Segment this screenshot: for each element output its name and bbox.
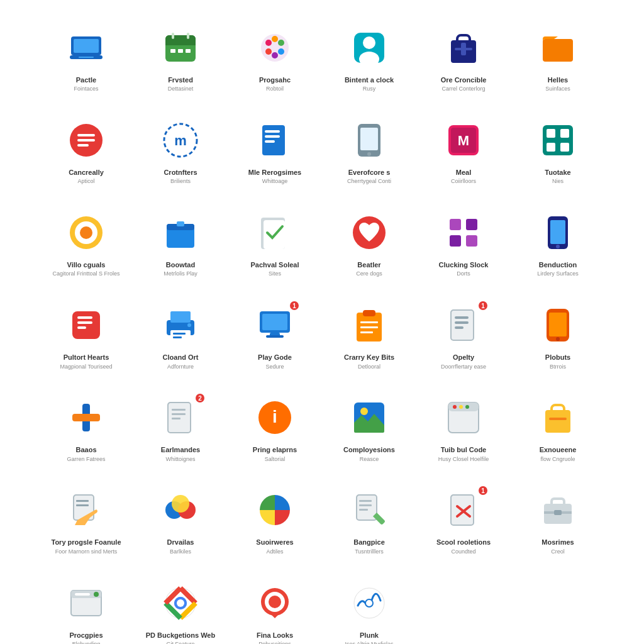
svg-point-16 <box>278 48 284 55</box>
app-name-a1: Pactle <box>76 75 96 84</box>
app-item-c4[interactable]: BeatlerCere dogs <box>325 204 413 284</box>
svg-rect-80 <box>360 321 378 323</box>
app-item-a4[interactable]: Bintent a clockRusy <box>325 19 413 99</box>
svg-rect-65 <box>77 316 92 319</box>
app-item-c1[interactable]: Villo cgualsCagitoral Frinttoal S Froles <box>42 204 130 284</box>
app-item-b6[interactable]: TuotakeNies <box>514 111 602 191</box>
svg-rect-129 <box>75 593 90 596</box>
app-item-a3[interactable]: ProgsahcRobtoil <box>231 19 319 99</box>
app-item-c6[interactable]: BenductionLirdery Surfaces <box>514 204 602 284</box>
svg-rect-66 <box>77 321 92 324</box>
svg-point-104 <box>459 405 463 409</box>
app-item-c3[interactable]: Pachval SolealSites <box>231 204 319 284</box>
app-sub-a5: Carrel Conterlorg <box>441 86 485 92</box>
app-item-f6[interactable]: MosrimesCreol <box>514 481 602 561</box>
app-item-f3[interactable]: SuoirweresAdtiles <box>231 481 319 561</box>
app-item-e5[interactable]: Tuib bul CodeHusy Closel Hoelfile <box>419 389 508 469</box>
app-item-c5[interactable]: Clucking SlockDorts <box>419 204 508 284</box>
app-item-b2[interactable]: mCrotnftersBrilients <box>136 111 225 191</box>
app-icon-f1 <box>64 487 109 533</box>
app-item-e4[interactable]: ComployesionsReasce <box>325 389 413 469</box>
app-name-c1: Villo cguals <box>67 260 106 269</box>
svg-rect-57 <box>450 219 461 230</box>
app-name-b1: Cancreally <box>69 168 104 177</box>
svg-point-139 <box>365 599 373 607</box>
app-sub-c2: Metrlolis Play <box>164 270 197 277</box>
svg-rect-58 <box>466 219 477 230</box>
svg-rect-6 <box>165 40 196 45</box>
app-item-d5[interactable]: 1OpeltyDoorrflertary ease <box>419 296 508 376</box>
app-item-g2[interactable]: PD Buckgetions WebGit Feature <box>136 574 225 644</box>
app-icon-b2: m <box>158 118 203 163</box>
app-item-e6[interactable]: Exnoueeneflow Cngruole <box>514 389 602 469</box>
app-item-g4[interactable]: PlunkIses Altrig Mudiclas <box>325 574 413 644</box>
app-name-b4: Everofcore s <box>348 168 391 177</box>
svg-rect-117 <box>359 500 372 502</box>
app-sub-b5: Coiirlloors <box>451 178 476 185</box>
app-name-c2: Boowtad <box>166 260 195 269</box>
svg-rect-87 <box>455 326 464 329</box>
badge-e2: 2 <box>194 392 206 404</box>
app-item-c2[interactable]: BoowtadMetrlolis Play <box>136 204 225 284</box>
svg-rect-26 <box>543 39 573 62</box>
svg-point-39 <box>367 152 371 156</box>
app-icon-d6 <box>535 303 580 348</box>
app-item-a1[interactable]: PactleFointaces <box>42 19 130 99</box>
svg-rect-82 <box>360 331 373 333</box>
svg-point-90 <box>556 337 560 341</box>
app-sub-f1: Foor Marnorn sind Merts <box>55 548 118 555</box>
app-name-e5: Tuib bul Code <box>441 445 487 454</box>
app-sub-b4: Cherrtygeal Conti <box>347 178 391 185</box>
app-icon-b3 <box>252 118 297 163</box>
svg-rect-35 <box>265 135 280 138</box>
app-name-c3: Pachval Soleal <box>250 260 299 269</box>
svg-point-130 <box>94 592 99 597</box>
app-item-f5[interactable]: 1Scool rooletionsCoundted <box>419 481 508 561</box>
app-sub-e2: Whittoignes <box>165 456 195 463</box>
svg-rect-110 <box>76 500 89 502</box>
svg-point-100 <box>360 408 368 415</box>
app-icon-f6 <box>535 487 580 533</box>
app-sub-b1: Apticol <box>77 178 94 185</box>
app-item-d6[interactable]: PlobutsBtrrois <box>514 296 602 376</box>
app-item-e2[interactable]: 2EarlmandesWhittoignes <box>136 389 225 469</box>
app-item-d3[interactable]: 1Play GodeSedure <box>231 296 319 376</box>
app-item-d1[interactable]: Pultort HeartsMagpional Touriseed <box>42 296 130 376</box>
svg-rect-96 <box>172 418 180 419</box>
svg-rect-111 <box>76 504 89 506</box>
app-name-a3: Progsahc <box>259 75 291 84</box>
app-item-e1[interactable]: BaaosGarren Fatrees <box>42 389 130 469</box>
svg-rect-59 <box>450 235 461 247</box>
app-icon-e5 <box>441 395 486 440</box>
svg-rect-34 <box>265 130 280 133</box>
app-name-g2: PD Buckgetions Web <box>146 631 215 640</box>
app-item-g1[interactable]: ProcgpiesElchunding <box>42 574 130 644</box>
app-item-b4[interactable]: Everofcore sCherrtygeal Conti <box>325 111 413 191</box>
app-name-a4: Bintent a clock <box>345 75 394 84</box>
app-item-g3[interactable]: Fina LooksPobuseitions <box>231 574 319 644</box>
app-item-b1[interactable]: CancreallyApticol <box>42 111 130 191</box>
app-item-f4[interactable]: BangpiceTusntrilllers <box>325 481 413 561</box>
app-name-g3: Fina Looks <box>257 631 293 640</box>
app-item-a6[interactable]: HellesSuinfaces <box>514 19 602 99</box>
app-item-d4[interactable]: Crarry Key BitsDetlooral <box>325 296 413 376</box>
svg-text:i: i <box>272 407 277 426</box>
app-name-c6: Benduction <box>539 260 577 269</box>
app-icon-d1 <box>64 303 109 348</box>
app-icon-a1 <box>64 25 109 70</box>
app-item-b5[interactable]: MMealCoiirlloors <box>419 111 508 191</box>
app-item-f1[interactable]: Tory progsle FoanuleFoor Marnorn sind Me… <box>42 481 130 561</box>
app-name-e3: Pring elaprns <box>253 445 297 454</box>
app-icon-c3 <box>252 210 297 255</box>
app-item-e3[interactable]: iPring elaprnsSaltorial <box>231 389 319 469</box>
app-item-a2[interactable]: FrvstedDettasinet <box>136 19 225 99</box>
app-item-a5[interactable]: Ore CroncibleCarrel Conterlorg <box>419 19 508 99</box>
app-item-f2[interactable]: DrvailasBarlkiles <box>136 481 225 561</box>
app-name-b6: Tuotake <box>545 168 570 177</box>
app-name-d3: Play Gode <box>258 353 292 362</box>
app-item-b3[interactable]: Mle RerogsimesWhittoage <box>231 111 319 191</box>
svg-rect-7 <box>172 33 174 39</box>
app-name-b5: Meal <box>456 168 471 177</box>
app-item-d2[interactable]: Cloand OrtAdfornture <box>136 296 225 376</box>
app-name-c5: Clucking Slock <box>439 260 489 269</box>
